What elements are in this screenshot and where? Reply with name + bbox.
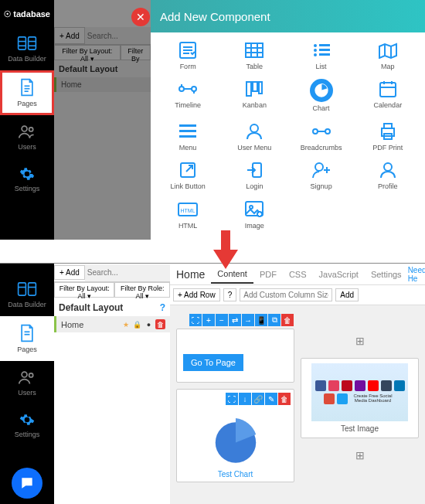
page-item-home[interactable]: Home ★ 🔒 ● 🗑 [54,316,170,332]
column-size-input[interactable] [240,288,332,301]
lock-icon[interactable]: 🔒 [132,319,142,329]
component-form[interactable]: Form [155,40,221,73]
component-calendar[interactable]: Calendar [355,79,421,114]
users-icon [18,123,36,140]
sidebar-item-data-builder[interactable]: Data Builder [0,273,54,316]
filter-role-button[interactable]: Filter By Role: All ▾ [114,282,170,298]
need-help-link[interactable]: Need He [408,266,425,283]
star-icon[interactable]: ★ [121,319,131,329]
component-profile[interactable]: Profile [355,160,421,192]
tab-css[interactable]: CSS [283,266,313,283]
plus-icon[interactable]: + [202,314,215,326]
table-icon [243,40,266,60]
link-icon[interactable]: 🔗 [252,393,264,405]
component-signup[interactable]: Signup [288,160,355,192]
add-component-button[interactable]: ⊞ [301,329,419,353]
close-button[interactable]: ✕ [131,8,150,26]
component-kanban[interactable]: Kanban [221,79,287,114]
page-icon [19,78,36,97]
image-icon [243,199,266,220]
search-input[interactable] [85,264,170,281]
chart-card[interactable]: ⛶ ↓ 🔗 ✎ 🗑 Test Chart [176,389,294,482]
help-icon[interactable]: ? [160,302,165,313]
component-user-menu[interactable]: User Menu [221,121,287,154]
sidebar-item-users[interactable]: Users [0,361,54,404]
expand-icon[interactable]: ⛶ [226,393,238,405]
delete-icon[interactable]: 🗑 [281,314,294,326]
svg-rect-27 [319,53,330,56]
component-link-button[interactable]: Link Button [155,160,221,192]
chart-label: Test Chart [218,470,253,478]
page-icon [19,324,36,342]
editor-area: Home Content PDF CSS JavaScript Settings… [170,264,425,504]
component-breadcrumbs[interactable]: Breadcrumbs [288,121,355,154]
help-button[interactable]: ? [223,288,237,301]
component-table[interactable]: Table [221,40,287,73]
component-chart[interactable]: Chart [288,79,355,114]
html-icon: HTML [176,199,199,220]
expand-icon[interactable]: ⛶ [189,314,202,326]
toggle-icon[interactable]: ● [144,319,154,329]
add-button[interactable]: + Add [54,265,85,280]
pages-panel: + Add Filter By Layout: All ▾ Filter By … [54,264,170,504]
filter-layout-button[interactable]: Filter By Layout: All ▾ [54,282,114,298]
component-card[interactable]: ⛶ + − ⇄ → 📱 ⧉ 🗑 Go To Page [176,329,294,383]
svg-point-11 [22,126,27,131]
component-label: Form [180,63,196,70]
move-down-icon[interactable]: ↓ [239,393,251,405]
component-label: Map [381,63,395,70]
component-html[interactable]: HTMLHTML [155,199,221,232]
image-card[interactable]: Create Free Social Media Dashboard Test … [301,358,419,438]
add-component-button[interactable]: ⊞ [301,443,419,468]
svg-point-22 [314,44,317,47]
sidebar-item-settings[interactable]: Settings [0,158,54,200]
chat-icon [19,475,35,491]
svg-point-29 [192,87,196,91]
component-timeline[interactable]: Timeline [155,79,221,114]
svg-point-69 [29,373,33,377]
image-label: Test Image [341,424,379,433]
sidebar-item-settings[interactable]: Settings [0,404,54,446]
close-icon: ✕ [136,11,145,23]
profile-icon [376,160,400,180]
sidebar-item-pages[interactable]: Pages [0,70,54,115]
minus-icon[interactable]: − [216,314,228,326]
svg-rect-34 [253,82,257,91]
add-row-button[interactable]: + Add Row [173,288,220,301]
component-pdf-print[interactable]: PDF Print [355,121,421,154]
tab-settings[interactable]: Settings [365,266,408,283]
component-label: Link Button [171,182,206,190]
sidebar-item-data-builder[interactable]: Data Builder [0,27,54,70]
component-list[interactable]: List [288,40,355,73]
edit-icon[interactable]: ✎ [265,393,277,405]
component-image[interactable]: Image [221,199,287,232]
svg-rect-23 [319,44,330,46]
sidebar-item-pages[interactable]: Pages [0,316,54,361]
menu-icon [176,121,199,141]
component-map[interactable]: Map [355,40,421,73]
swap-icon[interactable]: ⇄ [229,314,241,326]
copy-icon[interactable]: ⧉ [268,314,280,326]
svg-rect-37 [380,83,396,97]
delete-icon[interactable]: 🗑 [278,393,291,405]
tab-pdf[interactable]: PDF [253,266,283,283]
mobile-icon[interactable]: 📱 [255,314,267,326]
login-icon [243,160,266,180]
sidebar-item-users[interactable]: Users [0,115,54,158]
component-login[interactable]: Login [221,160,287,192]
svg-rect-49 [384,124,392,128]
add-column-button[interactable]: Add [335,288,359,301]
pie-chart-icon [209,413,263,467]
trash-icon[interactable]: 🗑 [155,319,165,329]
editor-tabs: Home Content PDF CSS JavaScript Settings… [170,264,425,285]
panel-title: Add New Component [151,0,425,32]
svg-rect-41 [179,124,196,127]
component-label: Kanban [243,101,267,109]
tab-js[interactable]: JavaScript [313,266,365,283]
component-label: Calendar [374,101,403,109]
component-menu[interactable]: Menu [155,121,221,154]
chat-button[interactable] [12,468,42,499]
go-to-page-button[interactable]: Go To Page [183,354,243,371]
arrow-icon[interactable]: → [242,314,254,326]
image-preview: Create Free Social Media Dashboard [311,363,408,421]
